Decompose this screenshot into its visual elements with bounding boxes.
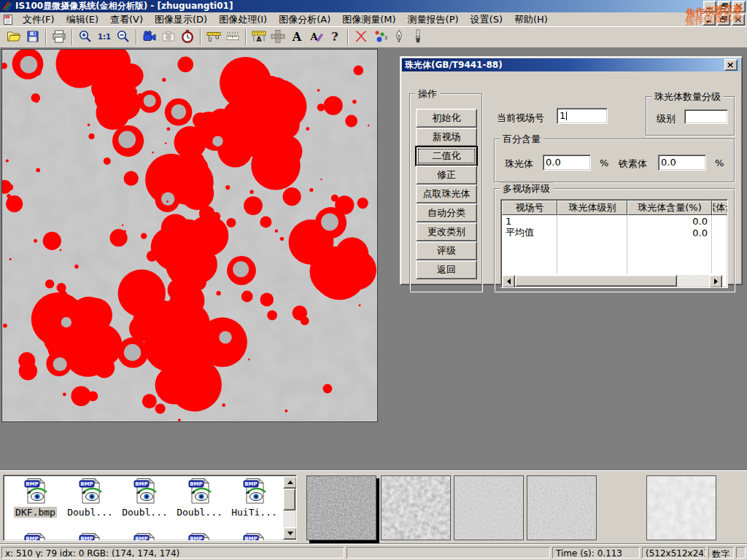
thumbnail-4[interactable]	[527, 475, 597, 540]
menu-item-5[interactable]: 图像处理(I)	[213, 13, 273, 26]
actual-size-button[interactable]: 1:1	[95, 28, 114, 47]
camera-button[interactable]	[159, 28, 178, 47]
operation-group: 操作 初始化新视场二值化修正点取珠光体自动分类更改类别评级返回	[409, 93, 482, 292]
grid-tool-button[interactable]	[268, 28, 287, 47]
text-button[interactable]: A	[287, 28, 306, 47]
specimen-image[interactable]	[1, 49, 378, 422]
file-item-4[interactable]: BMPDoubl...	[172, 478, 227, 518]
svg-text:1:1: 1:1	[98, 33, 111, 41]
op-button-1[interactable]: 初始化	[416, 109, 477, 128]
scrollbar-thumb[interactable]	[515, 275, 677, 287]
menu-item-3[interactable]: 查看(V)	[104, 13, 149, 26]
op-button-6[interactable]: 自动分类	[416, 203, 477, 222]
table-cell	[712, 227, 728, 238]
op-button-8[interactable]: 评级	[416, 241, 477, 260]
table-horizontal-scrollbar[interactable]	[502, 275, 722, 287]
file-item-2[interactable]: BMPDoubl...	[63, 478, 117, 518]
pearlite-unit: %	[600, 158, 608, 168]
menu-item-7[interactable]: 图像测量(M)	[336, 13, 401, 26]
svg-text:BMP: BMP	[190, 481, 202, 487]
file-item-hidden[interactable]: BMP	[117, 532, 172, 541]
dialog-title-bar[interactable]: 珠光体(GB/T9441-88)	[402, 58, 740, 71]
file-item-hidden[interactable]: BMP	[227, 532, 282, 541]
caliper-button[interactable]	[204, 28, 223, 47]
ferrite-input[interactable]: 0.0	[658, 155, 706, 171]
count-tool-button[interactable]: 3	[371, 28, 390, 47]
file-item-hidden[interactable]: BMP	[63, 532, 117, 541]
multi-view-group: 多视场评级 视场号珠光体级别珠光体含量(%)铁素体含量(%)10.0平均值0.0	[494, 188, 735, 292]
column-header-2[interactable]: 珠光体级别	[557, 201, 627, 215]
measure-scale-button[interactable]: A	[249, 28, 268, 47]
multi-view-table[interactable]: 视场号珠光体级别珠光体含量(%)铁素体含量(%)10.0平均值0.0	[500, 199, 728, 288]
menu-item-4[interactable]: 图像显示(D)	[149, 13, 213, 26]
file-item-hidden[interactable]: BMP	[8, 532, 63, 541]
menu-item-6[interactable]: 图像分析(A)	[273, 13, 336, 26]
print-button[interactable]	[50, 28, 69, 47]
file-list[interactable]: BMPDKF.bmpBMPDoubl...BMPDoubl...BMPDoubl…	[3, 475, 297, 541]
pen-tool-button[interactable]	[390, 28, 409, 47]
bmp-file-icon: BMP	[23, 478, 48, 506]
table-cell	[557, 262, 627, 273]
thumbnail-1[interactable]	[306, 475, 376, 540]
text-edit-button[interactable]: A	[306, 28, 325, 47]
menu-item-9[interactable]: 设置(S)	[465, 13, 508, 26]
filelist-vertical-scrollbar[interactable]	[283, 476, 295, 540]
file-item-5[interactable]: BMPHuiTi...	[227, 478, 282, 518]
percent-group: 百分含量 珠光体 0.0 % 铁素体 0.0 %	[494, 139, 735, 182]
toolbar: 1:1AAA?3	[0, 26, 747, 48]
scrollbar-thumb[interactable]	[283, 489, 295, 510]
menu-item-10[interactable]: 帮助(H)	[508, 13, 554, 26]
table-cell	[627, 250, 712, 262]
column-header-3[interactable]: 珠光体含量(%)	[627, 201, 712, 215]
menu-item-8[interactable]: 测量报告(P)	[402, 13, 465, 26]
svg-text:DOC: DOC	[4, 16, 10, 19]
thumbnail-5[interactable]	[646, 475, 716, 540]
scroll-up-button[interactable]	[283, 476, 297, 489]
column-header-1[interactable]: 视场号	[502, 201, 557, 215]
help-button[interactable]: ?	[325, 28, 344, 47]
table-row-1[interactable]: 10.0	[502, 215, 728, 227]
zoom-in-icon	[78, 29, 93, 46]
table-row-empty[interactable]	[502, 238, 728, 250]
table-row-empty[interactable]	[502, 262, 728, 273]
ruler-button[interactable]	[223, 28, 242, 47]
pearlite-input[interactable]: 0.0	[543, 155, 591, 171]
zoom-in-button[interactable]	[76, 28, 95, 47]
menu-item-2[interactable]: 编辑(E)	[61, 13, 104, 26]
scroll-down-button[interactable]	[283, 527, 297, 540]
file-item-hidden[interactable]: BMP	[172, 532, 227, 541]
document-icon: DOC	[2, 14, 14, 26]
zoom-out-button[interactable]	[114, 28, 133, 47]
timer-icon	[180, 29, 195, 46]
op-button-4[interactable]: 修正	[416, 166, 477, 184]
scroll-right-button[interactable]	[709, 275, 722, 288]
curve-tool-button[interactable]	[352, 28, 371, 47]
save-button[interactable]	[23, 28, 42, 47]
scroll-left-button[interactable]	[502, 275, 515, 288]
toolbar-separator	[71, 29, 73, 45]
op-button-2[interactable]: 新视场	[416, 128, 477, 147]
brush-tool-button[interactable]	[409, 28, 427, 47]
open-button[interactable]	[4, 28, 23, 47]
file-item-3[interactable]: BMPDoubl...	[117, 478, 172, 518]
level-input[interactable]	[684, 109, 728, 124]
menu-item-1[interactable]: 文件(F)	[17, 13, 61, 26]
column-header-4[interactable]: 铁素体含量(%)	[712, 201, 728, 215]
scrollbar-track[interactable]	[677, 275, 709, 287]
dialog-close-button[interactable]	[724, 59, 738, 71]
op-button-3[interactable]: 二值化	[416, 147, 477, 166]
timer-button[interactable]	[178, 28, 197, 47]
ruler-icon	[225, 29, 240, 46]
op-button-9[interactable]: 返回	[416, 260, 477, 279]
current-view-input[interactable]: 1	[557, 108, 608, 124]
op-button-7[interactable]: 更改类别	[416, 222, 477, 241]
op-button-5[interactable]: 点取珠光体	[416, 184, 477, 203]
table-row-empty[interactable]	[502, 250, 728, 262]
video-camera-button[interactable]	[140, 28, 159, 47]
table-cell	[502, 262, 557, 273]
thumbnail-2[interactable]	[381, 475, 451, 540]
file-item-1[interactable]: BMPDKF.bmp	[8, 478, 63, 518]
thumbnail-3[interactable]	[454, 475, 524, 540]
table-row-2[interactable]: 平均值0.0	[502, 227, 728, 238]
table-cell	[502, 250, 557, 262]
